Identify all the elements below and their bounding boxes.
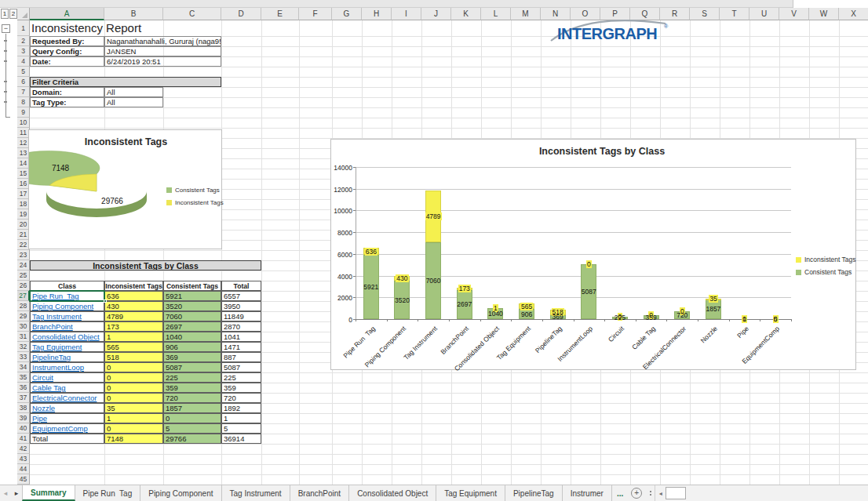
class-link-instrumentloop[interactable]: InstrumentLoop <box>30 362 104 372</box>
total-cell[interactable]: 2870 <box>221 321 261 332</box>
column-header-m[interactable]: M <box>511 8 541 20</box>
row-header-40[interactable]: 40 <box>17 423 30 434</box>
pie-chart[interactable]: Inconsistent Tags 714829766 Consistent T… <box>28 129 222 249</box>
consistent-cell[interactable]: 3520 <box>163 301 221 311</box>
consistent-cell[interactable]: 0 <box>163 413 221 423</box>
column-header-e[interactable]: E <box>261 8 299 20</box>
column-header-s[interactable]: S <box>690 8 720 20</box>
sheet-tab-piping-component[interactable]: Piping Component <box>140 485 221 501</box>
class-link-cable-tag[interactable]: Cable Tag <box>30 383 104 393</box>
column-header-t[interactable]: T <box>720 8 749 20</box>
row-header-5[interactable]: 5 <box>17 67 30 77</box>
row-header-34[interactable]: 34 <box>17 362 30 372</box>
total-cell[interactable]: 5087 <box>221 362 261 372</box>
column-header-w[interactable]: W <box>809 8 839 20</box>
row-header-25[interactable]: 25 <box>17 270 30 281</box>
row-header-45[interactable]: 45 <box>17 474 30 485</box>
selected-cell-outline[interactable] <box>29 290 105 302</box>
row-header-10[interactable]: 10 <box>17 118 30 128</box>
scrollbar-thumb[interactable] <box>666 487 686 499</box>
row-header-30[interactable]: 30 <box>17 321 30 332</box>
consistent-cell[interactable]: 7060 <box>163 311 221 321</box>
column-header-b[interactable]: B <box>104 8 163 20</box>
info-value[interactable]: 6/24/2019 20:51 <box>104 56 221 67</box>
horizontal-scrollbar[interactable]: ◂ <box>655 485 868 501</box>
class-link-branchpoint[interactable]: BranchPoint <box>30 321 104 332</box>
inconsistent-cell[interactable]: 0 <box>104 423 163 434</box>
consistent-cell[interactable]: 369 <box>163 352 221 362</box>
total-cell[interactable]: 359 <box>221 383 261 393</box>
filter-value[interactable]: All <box>104 87 163 97</box>
consistent-cell[interactable]: 29766 <box>163 434 221 444</box>
total-cell[interactable]: 11849 <box>221 311 261 321</box>
row-header-27[interactable]: 27 <box>17 291 30 301</box>
selection-fill-handle[interactable] <box>104 300 107 303</box>
row-header-6[interactable]: 6 <box>17 77 30 87</box>
sheet-tab-instrumer[interactable]: Instrumer <box>563 485 612 501</box>
total-cell[interactable]: 1471 <box>221 342 261 352</box>
row-header-33[interactable]: 33 <box>17 352 30 362</box>
sheet-tab-pipelinetag[interactable]: PipelineTag <box>505 485 563 501</box>
row-header-9[interactable]: 9 <box>17 107 30 118</box>
class-link-piping-component[interactable]: Piping Component <box>30 301 104 311</box>
row-header-44[interactable]: 44 <box>17 464 30 474</box>
consistent-cell[interactable]: 5087 <box>163 362 221 372</box>
inconsistent-cell[interactable]: 173 <box>104 321 163 332</box>
total-cell[interactable]: 887 <box>221 352 261 362</box>
tab-splitter-handle[interactable] <box>647 485 655 501</box>
consistent-cell[interactable]: 225 <box>163 372 221 383</box>
consistent-cell[interactable]: 720 <box>163 393 221 403</box>
row-header-35[interactable]: 35 <box>17 372 30 383</box>
inconsistent-cell[interactable]: 0 <box>104 393 163 403</box>
inconsistent-cell[interactable]: 0 <box>104 362 163 372</box>
row-header-42[interactable]: 42 <box>17 444 30 454</box>
class-link-consolidated-object[interactable]: Consolidated Object <box>30 332 104 342</box>
row-header-39[interactable]: 39 <box>17 413 30 423</box>
inconsistent-cell[interactable]: 1 <box>104 413 163 423</box>
row-header-37[interactable]: 37 <box>17 393 30 403</box>
column-header-k[interactable]: K <box>451 8 481 20</box>
info-value[interactable]: JANSEN <box>104 46 221 56</box>
scroll-left-icon[interactable]: ◂ <box>655 485 666 501</box>
inconsistent-cell[interactable]: 565 <box>104 342 163 352</box>
column-header-u[interactable]: U <box>749 8 779 20</box>
row-header-26[interactable]: 26 <box>17 281 30 291</box>
consistent-cell[interactable]: 359 <box>163 383 221 393</box>
inconsistent-cell[interactable]: 430 <box>104 301 163 311</box>
column-header-a[interactable]: A <box>30 8 104 20</box>
tab-overflow-ellipsis[interactable]: ... <box>612 485 628 501</box>
inconsistent-cell[interactable]: 0 <box>104 383 163 393</box>
consistent-cell[interactable]: 2697 <box>163 321 221 332</box>
class-link-pipelinetag[interactable]: PipelineTag <box>30 352 104 362</box>
class-link-electricalconnector[interactable]: ElectricalConnector <box>30 393 104 403</box>
class-link-nozzle[interactable]: Nozzle <box>30 403 104 413</box>
tab-nav-left-icon[interactable]: ◂ <box>0 485 11 501</box>
row-header-31[interactable]: 31 <box>17 332 30 342</box>
total-cell[interactable]: 6557 <box>221 291 261 301</box>
row-header-32[interactable]: 32 <box>17 342 30 352</box>
row-header-29[interactable]: 29 <box>17 311 30 321</box>
inconsistent-cell[interactable]: 636 <box>104 291 163 301</box>
consistent-cell[interactable]: 5921 <box>163 291 221 301</box>
row-header-24[interactable]: 24 <box>17 260 30 270</box>
total-cell[interactable]: 3950 <box>221 301 261 311</box>
row-header-4[interactable]: 4 <box>17 56 30 67</box>
column-header-d[interactable]: D <box>221 8 261 20</box>
consistent-cell[interactable]: 1857 <box>163 403 221 413</box>
sheet-tab-summary[interactable]: Summary <box>22 485 75 501</box>
row-header-38[interactable]: 38 <box>17 403 30 413</box>
consistent-cell[interactable]: 1040 <box>163 332 221 342</box>
row-header-28[interactable]: 28 <box>17 301 30 311</box>
inconsistent-cell[interactable]: 7148 <box>104 434 163 444</box>
add-sheet-button[interactable]: + <box>631 488 642 499</box>
row-header-7[interactable]: 7 <box>17 87 30 97</box>
row-header-3[interactable]: 3 <box>17 46 30 56</box>
class-link-pipe[interactable]: Pipe <box>30 413 104 423</box>
inconsistent-cell[interactable]: 35 <box>104 403 163 413</box>
total-cell[interactable]: 720 <box>221 393 261 403</box>
column-header-c[interactable]: C <box>163 8 221 20</box>
sheet-tab-tag-instrument[interactable]: Tag Instrument <box>222 485 290 501</box>
inconsistent-cell[interactable]: 4789 <box>104 311 163 321</box>
row-header-36[interactable]: 36 <box>17 383 30 393</box>
inconsistent-cell[interactable]: 0 <box>104 372 163 383</box>
